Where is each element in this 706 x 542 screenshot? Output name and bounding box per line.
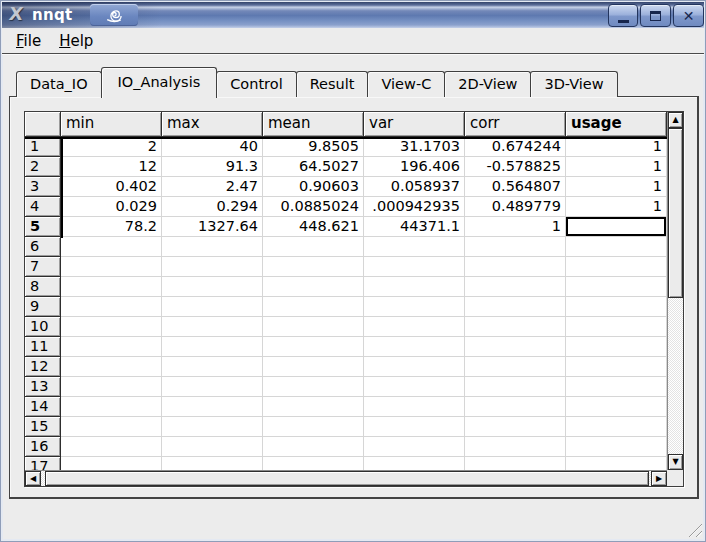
row-header-15[interactable]: 15 [25,417,61,437]
cell-r4-min[interactable]: 0.029 [61,197,162,217]
resize-grip-icon[interactable] [688,523,702,537]
cell-r3-corr[interactable]: 0.564807 [465,177,566,197]
cell-r5-usage[interactable] [566,217,667,237]
row-header-7[interactable]: 7 [25,257,61,277]
cell-r17-max[interactable] [162,457,263,470]
horizontal-scrollbar-thumb[interactable] [45,471,649,486]
cell-r7-corr[interactable] [465,257,566,277]
cell-r1-max[interactable]: 40 [162,137,263,157]
cell-r11-min[interactable] [61,337,162,357]
vertical-scrollbar-track[interactable] [668,128,683,454]
row-header-6[interactable]: 6 [25,237,61,257]
column-header-max[interactable]: max [162,112,263,137]
row-header-5[interactable]: 5 [25,217,61,237]
cell-r16-usage[interactable] [566,437,667,457]
cell-r10-mean[interactable] [263,317,364,337]
app-icon-button[interactable] [90,4,138,26]
cell-r1-mean[interactable]: 9.8505 [263,137,364,157]
cell-r5-var[interactable]: 44371.1 [364,217,465,237]
row-header-10[interactable]: 10 [25,317,61,337]
cell-r17-corr[interactable] [465,457,566,470]
cell-r2-corr[interactable]: -0.578825 [465,157,566,177]
cell-r15-usage[interactable] [566,417,667,437]
cell-r4-usage[interactable]: 1 [566,197,667,217]
cell-r12-usage[interactable] [566,357,667,377]
cell-r1-corr[interactable]: 0.674244 [465,137,566,157]
cell-r8-var[interactable] [364,277,465,297]
cell-r6-min[interactable] [61,237,162,257]
cell-r6-max[interactable] [162,237,263,257]
cell-r12-var[interactable] [364,357,465,377]
cell-r6-corr[interactable] [465,237,566,257]
column-header-var[interactable]: var [364,112,465,137]
cell-r12-corr[interactable] [465,357,566,377]
cell-r10-var[interactable] [364,317,465,337]
tab-2d-view[interactable]: 2D-View [444,71,531,97]
cell-r12-mean[interactable] [263,357,364,377]
row-header-12[interactable]: 12 [25,357,61,377]
cell-r12-max[interactable] [162,357,263,377]
cell-r16-max[interactable] [162,437,263,457]
row-header-4[interactable]: 4 [25,197,61,217]
cell-r4-var[interactable]: .000942935 [364,197,465,217]
cell-r8-usage[interactable] [566,277,667,297]
cell-r10-usage[interactable] [566,317,667,337]
row-header-3[interactable]: 3 [25,177,61,197]
maximize-button[interactable] [640,4,671,27]
column-header-mean[interactable]: mean [263,112,364,137]
tab-result[interactable]: Result [296,71,369,97]
row-header-13[interactable]: 13 [25,377,61,397]
cell-r15-min[interactable] [61,417,162,437]
row-header-17[interactable]: 17 [25,457,61,470]
row-header-2[interactable]: 2 [25,157,61,177]
cell-r5-corr[interactable]: 1 [465,217,566,237]
cell-r4-corr[interactable]: 0.489779 [465,197,566,217]
cell-r11-mean[interactable] [263,337,364,357]
scroll-right-button[interactable]: ▶ [651,471,667,486]
cell-r6-var[interactable] [364,237,465,257]
scroll-left-button[interactable]: ◀ [25,471,41,486]
cell-r9-corr[interactable] [465,297,566,317]
table-corner-cell[interactable] [25,112,61,137]
scroll-up-button[interactable]: ▲ [668,112,683,128]
cell-r17-mean[interactable] [263,457,364,470]
column-header-usage[interactable]: usage [566,112,667,137]
cell-r8-max[interactable] [162,277,263,297]
tab-io_analysis[interactable]: IO_Analysis [101,67,218,98]
cell-r6-mean[interactable] [263,237,364,257]
cell-r17-var[interactable] [364,457,465,470]
cell-r2-min[interactable]: 12 [61,157,162,177]
cell-r1-min[interactable]: 2 [61,137,162,157]
cell-r11-corr[interactable] [465,337,566,357]
minimize-button[interactable] [608,4,638,27]
cell-r8-mean[interactable] [263,277,364,297]
cell-r2-usage[interactable]: 1 [566,157,667,177]
cell-r16-mean[interactable] [263,437,364,457]
cell-r11-max[interactable] [162,337,263,357]
row-header-16[interactable]: 16 [25,437,61,457]
cell-r9-usage[interactable] [566,297,667,317]
tab-data_io[interactable]: Data_IO [16,71,102,97]
column-header-min[interactable]: min [61,112,162,137]
cell-r1-usage[interactable]: 1 [566,137,667,157]
cell-r4-mean[interactable]: 0.0885024 [263,197,364,217]
cell-r17-usage[interactable] [566,457,667,470]
menu-item-help[interactable]: Help [51,30,101,52]
cell-r1-var[interactable]: 31.1703 [364,137,465,157]
cell-r13-corr[interactable] [465,377,566,397]
cell-r8-corr[interactable] [465,277,566,297]
cell-r10-corr[interactable] [465,317,566,337]
row-header-8[interactable]: 8 [25,277,61,297]
cell-r14-corr[interactable] [465,397,566,417]
cell-r7-mean[interactable] [263,257,364,277]
cell-r7-var[interactable] [364,257,465,277]
cell-r13-var[interactable] [364,377,465,397]
cell-r5-mean[interactable]: 448.621 [263,217,364,237]
cell-r2-max[interactable]: 91.3 [162,157,263,177]
cell-r12-min[interactable] [61,357,162,377]
scroll-down-button[interactable]: ▼ [668,454,683,470]
cell-r3-usage[interactable]: 1 [566,177,667,197]
cell-r15-mean[interactable] [263,417,364,437]
cell-r6-usage[interactable] [566,237,667,257]
tab-view-c[interactable]: View-C [367,71,445,97]
